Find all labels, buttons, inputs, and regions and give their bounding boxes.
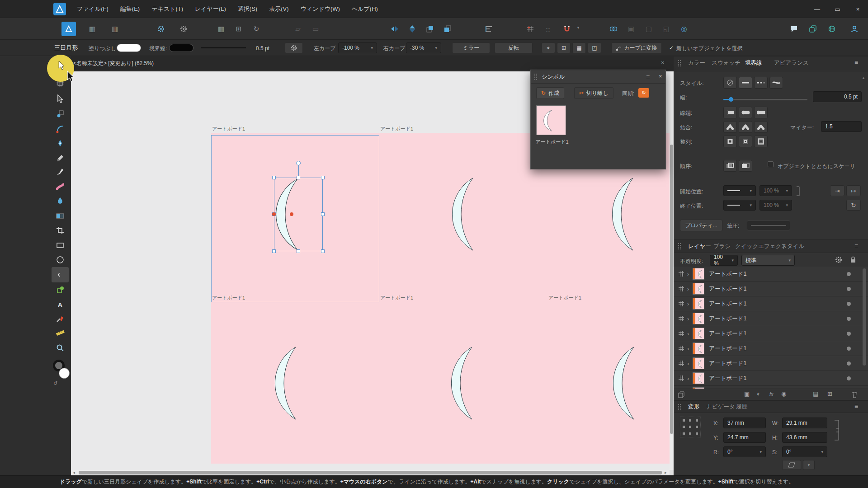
h-input[interactable]: 43.6 mm <box>782 432 827 443</box>
menu-item[interactable]: 編集(E) <box>120 5 140 13</box>
x-input[interactable]: 37 mm <box>723 418 766 428</box>
layer-visibility-dot[interactable] <box>847 347 851 351</box>
comments-button[interactable] <box>787 22 801 36</box>
tab-history[interactable]: 履歴 <box>736 403 747 411</box>
mirror-button[interactable]: ミラー <box>452 42 490 53</box>
layers-scrollbar-thumb[interactable] <box>863 268 866 366</box>
artboard-label[interactable]: アートボード1 <box>380 126 413 132</box>
scroll-right-icon[interactable]: ▸ <box>665 470 667 475</box>
artboard-label[interactable]: アートボード1 <box>212 295 245 301</box>
expand-chevron-icon[interactable]: › <box>687 271 689 277</box>
layer-visibility-dot[interactable] <box>847 317 851 321</box>
account-button[interactable] <box>847 22 862 36</box>
layer-visibility-dot[interactable] <box>847 287 851 291</box>
maximize-button[interactable]: ▭ <box>827 0 848 18</box>
layer-row[interactable]: › アートボード1 <box>674 356 868 371</box>
expand-chevron-icon[interactable]: › <box>687 330 689 337</box>
snapping-dropdown-caret[interactable]: ▾ <box>575 25 581 33</box>
curve-control-handle[interactable] <box>272 212 276 216</box>
menu-item[interactable]: ヘルプ(H) <box>352 5 378 13</box>
horizontal-scrollbar-thumb[interactable] <box>79 471 662 474</box>
symbol-thumbnail[interactable] <box>536 105 566 135</box>
layer-visibility-dot[interactable] <box>847 332 851 336</box>
move-to-front-button[interactable] <box>423 22 437 36</box>
ellipse-tool[interactable] <box>54 254 66 266</box>
align-outside-button[interactable] <box>754 136 768 147</box>
add-group-button[interactable]: ⊞ <box>827 390 832 397</box>
end-line-style-select[interactable]: ▾ <box>723 200 756 211</box>
rotation-reset-button[interactable]: ↻ <box>249 22 264 36</box>
selection-handle[interactable] <box>321 212 325 216</box>
symbols-panel-header[interactable]: シンボル ≡ × <box>531 70 665 84</box>
end-percent-select[interactable]: 100 %▾ <box>760 200 792 211</box>
layer-visibility-dot[interactable] <box>847 376 851 380</box>
vector-crop-tool[interactable] <box>54 225 66 236</box>
align-center-button[interactable] <box>723 136 737 147</box>
start-percent-select[interactable]: 100 %▾ <box>760 185 792 196</box>
invert-button[interactable]: 反転 <box>495 42 533 53</box>
zoom-tool[interactable] <box>54 342 66 354</box>
menu-item[interactable]: レイヤー(L) <box>195 5 226 13</box>
expand-chevron-icon[interactable]: › <box>687 300 689 307</box>
stroke-in-front-button[interactable] <box>723 160 737 172</box>
blend-mode-select[interactable]: 標準▾ <box>741 255 795 266</box>
pixel-alignment-button[interactable]: ▦ <box>572 42 586 53</box>
node-tool[interactable] <box>54 93 66 105</box>
transform-origin-button[interactable]: ⌖ <box>542 42 555 53</box>
align-inside-button[interactable] <box>739 136 752 147</box>
flip-horizontal-button[interactable] <box>387 22 402 36</box>
menu-item[interactable]: 選択(S) <box>238 5 257 13</box>
scale-with-object-checkbox[interactable] <box>768 161 774 167</box>
designer-persona-button[interactable] <box>61 22 76 36</box>
stroke-settings-button[interactable] <box>285 42 303 53</box>
menu-item[interactable]: 表示(V) <box>269 5 288 13</box>
stroke-width-input[interactable]: 0.5 pt <box>813 91 862 102</box>
stroke-width-preview[interactable] <box>201 47 246 48</box>
tab-navigator[interactable]: ナビゲータ <box>706 403 735 411</box>
select-new-object-label[interactable]: 新しいオブジェクトを選択 <box>676 45 743 52</box>
paint-brush-tool[interactable] <box>54 166 66 178</box>
app-settings-button[interactable] <box>154 22 168 36</box>
crescent-shape[interactable] <box>610 177 634 252</box>
crescent-tool[interactable] <box>54 269 66 281</box>
rotation-handle[interactable] <box>296 161 301 165</box>
start-line-style-select[interactable]: ▾ <box>723 185 756 196</box>
snapping-toggle-button[interactable] <box>560 22 574 36</box>
crescent-shape[interactable] <box>273 346 297 421</box>
tab-appearance[interactable]: アピアランス <box>774 59 809 67</box>
web-resources-button[interactable] <box>825 22 839 36</box>
selection-handle[interactable] <box>297 176 300 179</box>
layer-row[interactable]: › アートボード1 <box>674 341 868 356</box>
rectangle-tool[interactable] <box>54 239 66 251</box>
point-transform-tool[interactable] <box>54 108 66 120</box>
move-to-back-button[interactable] <box>440 22 455 36</box>
shear-mode-caret[interactable]: ▾ <box>803 460 815 470</box>
tab-layers[interactable]: レイヤー <box>688 243 711 250</box>
layer-visibility-dot[interactable] <box>847 361 851 366</box>
swap-colors-icon[interactable]: ↺ <box>53 380 57 386</box>
expand-chevron-icon[interactable]: › <box>687 315 689 322</box>
link-positions-icon[interactable] <box>796 186 800 196</box>
adjustment-layer-button[interactable]: ◐ <box>757 390 760 397</box>
alignment-button[interactable] <box>481 22 496 36</box>
select-new-object-check-icon[interactable]: ✓ <box>669 45 674 51</box>
style-picker-tool[interactable] <box>54 313 66 324</box>
cap-round-button[interactable] <box>739 107 752 118</box>
snapping-options-button[interactable]: ⊞ <box>557 42 571 53</box>
selection-handle[interactable] <box>321 176 325 179</box>
join-miter-button[interactable] <box>723 121 737 133</box>
symbol-detach-button[interactable]: ✂切り離し <box>574 87 613 99</box>
shape-builder-tool[interactable] <box>54 284 66 296</box>
tab-transform[interactable]: 変形 <box>688 403 699 411</box>
y-input[interactable]: 24.7 mm <box>723 432 766 443</box>
panel-menu-icon[interactable]: ≡ <box>854 403 858 410</box>
crescent-shape[interactable] <box>449 346 473 421</box>
join-bevel-button[interactable] <box>754 121 768 133</box>
snap-start-button[interactable]: ⇥ <box>830 185 844 196</box>
layer-row[interactable]: › アートボード1 <box>674 296 868 311</box>
tab-color[interactable]: カラー <box>688 59 705 67</box>
tab-brushes[interactable]: ブラシ <box>713 243 731 250</box>
stroke-width-slider[interactable] <box>723 99 807 100</box>
lock-layer-button[interactable] <box>850 256 856 265</box>
fill-swatch[interactable] <box>117 44 141 52</box>
